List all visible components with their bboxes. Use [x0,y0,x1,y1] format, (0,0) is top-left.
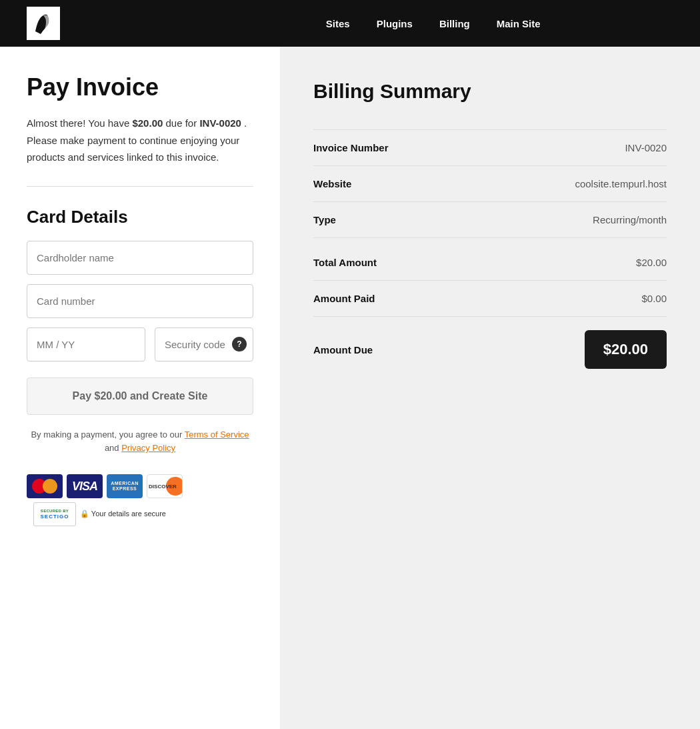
total-amount-value: $20.00 [636,257,667,268]
amex-logo: AMERICANEXPRESS [107,474,143,498]
pay-button[interactable]: Pay $20.00 and Create Site [27,378,253,415]
expiry-input[interactable] [27,327,145,361]
website-value: coolsite.tempurl.host [575,178,667,189]
invoice-number-label: Invoice Number [313,142,389,153]
amount-due-badge: $20.00 [585,330,667,369]
type-label: Type [313,214,336,225]
sectigo-icon: SECURED BY SECTIGO [33,502,76,526]
invoice-number-row: Invoice Number INV-0020 [313,129,667,166]
security-code-help-icon[interactable]: ? [232,337,247,351]
amount-paid-label: Amount Paid [313,293,375,304]
section-gap [313,238,667,245]
terms-of-service-link[interactable]: Terms of Service [185,430,249,440]
amount-paid-value: $0.00 [641,293,667,304]
secure-text: 🔒 Your details are secure [80,509,166,519]
discover-logo: DISCOVER [147,474,183,498]
invoice-number-value: INV-0020 [625,142,667,153]
main-nav: Sites Plugins Billing Main Site [326,18,541,29]
right-panel: Billing Summary Invoice Number INV-0020 … [280,47,700,729]
cardholder-name-input[interactable] [27,241,253,275]
total-amount-row: Total Amount $20.00 [313,245,667,281]
type-row: Type Recurring/month [313,202,667,238]
sectigo-badge: SECURED BY SECTIGO 🔒 Your details are se… [33,502,166,526]
nav-plugins[interactable]: Plugins [377,18,413,29]
nav-billing[interactable]: Billing [439,18,470,29]
type-value: Recurring/month [593,214,667,225]
amount-paid-row: Amount Paid $0.00 [313,281,667,317]
website-label: Website [313,178,351,189]
card-number-input[interactable] [27,284,253,318]
card-number-field-group [27,284,253,318]
billing-summary-table: Invoice Number INV-0020 Website coolsite… [313,129,667,382]
card-details-title: Card Details [27,207,253,227]
logo [27,7,60,40]
main-layout: Pay Invoice Almost there! You have $20.0… [0,47,700,729]
nav-main-site[interactable]: Main Site [497,18,541,29]
cardholder-field-group [27,241,253,275]
card-expiry-security-row: ? [27,327,253,361]
website-row: Website coolsite.tempurl.host [313,166,667,202]
invoice-description: Almost there! You have $20.00 due for IN… [27,115,253,166]
section-divider [27,186,253,187]
mastercard-logo [27,474,63,498]
header: Sites Plugins Billing Main Site [0,0,700,47]
card-logos-row: VISA AMERICANEXPRESS DISCOVER SECURED BY… [27,474,253,526]
visa-logo: VISA [67,474,103,498]
amount-due-row: Amount Due $20.00 [313,317,667,382]
total-amount-label: Total Amount [313,257,377,268]
amount-due-label: Amount Due [313,344,373,355]
terms-text: By making a payment, you agree to our Te… [27,428,253,456]
nav-sites[interactable]: Sites [326,18,350,29]
billing-summary-title: Billing Summary [313,80,667,103]
privacy-policy-link[interactable]: Privacy Policy [121,443,175,453]
page-title: Pay Invoice [27,73,253,101]
left-panel: Pay Invoice Almost there! You have $20.0… [0,47,280,729]
security-code-wrapper: ? [155,327,253,361]
